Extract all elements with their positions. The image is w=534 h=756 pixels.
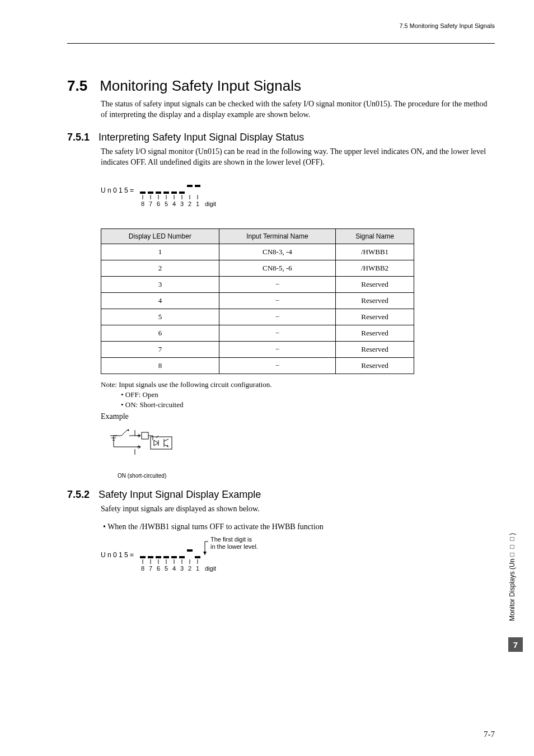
subsection-1-title: 7.5.1Interpreting Safety Input Signal Di… — [67, 132, 495, 143]
table-row: 5−Reserved — [101, 309, 414, 325]
col-header-terminal: Input Terminal Name — [219, 228, 335, 244]
svg-point-27 — [128, 430, 129, 431]
svg-text:4: 4 — [172, 200, 176, 207]
note-prefix: Note: — [101, 380, 117, 389]
section-title: 7.5Monitoring Safety Input Signals — [67, 77, 495, 95]
svg-text:8: 8 — [141, 200, 144, 207]
diagram-1-label: U n 0 1 5 = — [101, 186, 134, 194]
svg-line-26 — [121, 430, 127, 436]
svg-text:3: 3 — [180, 200, 184, 207]
svg-rect-4 — [171, 192, 177, 194]
svg-rect-55 — [195, 556, 200, 558]
svg-text:2: 2 — [188, 200, 191, 207]
svg-rect-48 — [140, 556, 146, 558]
subsection-2-heading: Safety Input Signal Display Example — [99, 489, 261, 500]
subsection-1-heading: Interpreting Safety Input Signal Display… — [99, 132, 304, 143]
table-header-row: Display LED Number Input Terminal Name S… — [101, 228, 414, 244]
svg-text:7: 7 — [149, 565, 152, 572]
svg-text:U n 0 1 5 =: U n 0 1 5 = — [101, 551, 134, 559]
svg-text:1: 1 — [196, 565, 199, 572]
svg-rect-3 — [163, 192, 169, 194]
col-header-led: Display LED Number — [101, 228, 219, 244]
table-row: 4−Reserved — [101, 292, 414, 309]
svg-rect-53 — [179, 556, 185, 558]
header-rule — [67, 43, 495, 44]
subsection-1-number: 7.5.1 — [67, 132, 90, 143]
section-heading: Monitoring Safety Input Signals — [100, 77, 301, 94]
svg-text:6: 6 — [157, 200, 160, 207]
svg-text:6: 6 — [157, 565, 160, 572]
side-tab: Monitor Displays (Un□□□) 7 — [508, 521, 524, 655]
svg-text:7: 7 — [149, 200, 152, 207]
svg-marker-56 — [203, 552, 207, 555]
note-bullet-off: • OFF: Open — [121, 390, 495, 400]
svg-rect-51 — [163, 556, 169, 558]
svg-text:The first digit is: The first digit is — [210, 536, 252, 543]
table-row: 6−Reserved — [101, 325, 414, 341]
led-diagram-1: U n 0 1 5 = — [101, 176, 495, 212]
svg-rect-0 — [140, 192, 146, 194]
table-row: 3−Reserved — [101, 276, 414, 292]
led-diagram-2: U n 0 1 5 = The first digit is — [101, 535, 495, 577]
svg-text:digit: digit — [205, 200, 216, 207]
subsection-2-number: 7.5.2 — [67, 489, 90, 500]
circuit-caption: ON (short-circuited) — [118, 473, 495, 479]
svg-rect-54 — [187, 549, 193, 552]
svg-text:1: 1 — [196, 200, 199, 207]
header-breadcrumb: 7.5 Monitoring Safety Input Signals — [67, 22, 495, 29]
example-label: Example — [101, 412, 495, 421]
svg-marker-37 — [154, 440, 158, 446]
table-row: 2CN8-5, -6/HWBB2 — [101, 260, 414, 276]
svg-line-41 — [164, 439, 168, 441]
subsection-2-text: Safety input signals are displayed as sh… — [101, 504, 495, 515]
svg-rect-29 — [142, 432, 148, 439]
side-tab-label: Monitor Displays (Un□□□) — [508, 521, 516, 633]
subsection-2-bullet: • When the /HWBB1 signal turns OFF to ac… — [103, 522, 495, 531]
section-number: 7.5 — [67, 77, 87, 94]
side-tab-number: 7 — [508, 637, 523, 652]
svg-rect-7 — [195, 185, 200, 187]
svg-text:5: 5 — [165, 200, 168, 207]
table-row: 7−Reserved — [101, 341, 414, 357]
svg-text:8: 8 — [141, 565, 144, 572]
svg-text:4: 4 — [172, 565, 176, 572]
subsection-2-title: 7.5.2Safety Input Signal Display Example — [67, 489, 495, 501]
note-block: Note: Input signals use the following ci… — [101, 380, 495, 410]
svg-rect-1 — [148, 192, 153, 194]
svg-rect-49 — [148, 556, 153, 558]
circuit-diagram — [109, 428, 495, 461]
signal-table: Display LED Number Input Terminal Name S… — [101, 228, 414, 374]
svg-rect-5 — [179, 192, 185, 194]
svg-rect-6 — [187, 185, 193, 187]
note-bullet-on: • ON: Short-circuited — [121, 400, 495, 410]
subsection-1-text: The safety I/O signal monitor (Un015) ca… — [101, 147, 495, 168]
svg-text:5: 5 — [165, 565, 168, 572]
page-number: 7-7 — [484, 730, 495, 739]
note-text: Input signals use the following circuit … — [119, 380, 271, 389]
col-header-signal: Signal Name — [336, 228, 414, 244]
svg-rect-50 — [156, 556, 161, 558]
table-row: 1CN8-3, -4/HWBB1 — [101, 244, 414, 260]
svg-text:digit: digit — [205, 565, 216, 572]
svg-rect-52 — [171, 556, 177, 558]
svg-rect-2 — [156, 192, 161, 194]
svg-text:3: 3 — [180, 565, 184, 572]
svg-text:in the lower level.: in the lower level. — [210, 543, 258, 550]
svg-text:2: 2 — [188, 565, 191, 572]
section-intro: The status of safety input signals can b… — [101, 99, 495, 120]
table-row: 8−Reserved — [101, 357, 414, 374]
